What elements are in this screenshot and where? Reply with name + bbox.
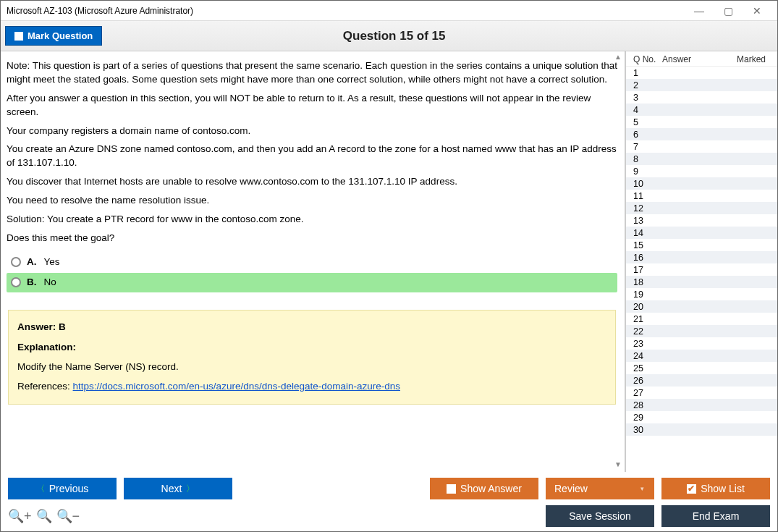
- answer-options: A.YesB.No: [7, 253, 617, 292]
- qno-cell: 29: [633, 413, 662, 423]
- answer-option[interactable]: A.Yes: [7, 253, 617, 272]
- question-paragraph: You need to resolve the name resolution …: [7, 194, 617, 208]
- radio-icon: [11, 257, 21, 267]
- scroll-down-icon[interactable]: ▼: [613, 460, 623, 470]
- question-list-row[interactable]: 7: [626, 140, 777, 153]
- qno-cell: 4: [633, 105, 662, 115]
- end-exam-button[interactable]: End Exam: [661, 505, 770, 527]
- qno-cell: 28: [633, 400, 662, 410]
- question-list-row[interactable]: 27: [626, 387, 777, 399]
- question-list-row[interactable]: 18: [626, 276, 777, 288]
- answer-line: Answer: B: [17, 321, 606, 334]
- qno-cell: 9: [633, 166, 662, 177]
- qno-cell: 24: [633, 351, 662, 361]
- mark-question-label: Mark Question: [28, 30, 93, 41]
- show-list-label: Show List: [701, 483, 745, 494]
- window-title: Microsoft AZ-103 (Microsoft Azure Admini…: [7, 6, 685, 16]
- question-list-row[interactable]: 21: [626, 313, 777, 325]
- qno-cell: 30: [633, 425, 662, 435]
- question-scroll-area[interactable]: ▲ Note: This question is part of a serie…: [1, 51, 625, 472]
- review-dropdown[interactable]: Review ▾: [546, 478, 654, 499]
- qno-cell: 8: [633, 154, 662, 164]
- save-session-button[interactable]: Save Session: [546, 505, 654, 527]
- question-list-row[interactable]: 3: [626, 91, 777, 104]
- titlebar: Microsoft AZ-103 (Microsoft Azure Admini…: [1, 1, 777, 21]
- question-list-row[interactable]: 20: [626, 300, 777, 313]
- mark-question-button[interactable]: Mark Question: [5, 26, 102, 46]
- maximize-button[interactable]: ▢: [714, 1, 743, 20]
- zoom-out-icon[interactable]: 🔍−: [56, 508, 80, 524]
- question-list-row[interactable]: 30: [626, 423, 777, 436]
- question-list-row[interactable]: 5: [626, 116, 777, 128]
- question-list-row[interactable]: 23: [626, 337, 777, 350]
- question-list-row[interactable]: 4: [626, 104, 777, 116]
- qno-cell: 20: [633, 302, 662, 312]
- qno-cell: 12: [633, 203, 662, 214]
- explanation-text: Modify the Name Server (NS) record.: [17, 360, 606, 374]
- question-list-row[interactable]: 17: [626, 263, 777, 276]
- chevron-down-icon: ▾: [640, 485, 644, 492]
- zoom-reset-icon[interactable]: 🔍: [36, 508, 52, 524]
- qno-cell: 1: [633, 68, 662, 78]
- review-label: Review: [554, 483, 588, 494]
- question-list-row[interactable]: 24: [626, 350, 777, 362]
- question-list-row[interactable]: 6: [626, 128, 777, 140]
- previous-button[interactable]: 〈 Previous: [8, 478, 117, 499]
- qno-cell: 16: [633, 253, 662, 263]
- question-list-row[interactable]: 10: [626, 177, 777, 190]
- question-list-row[interactable]: 28: [626, 399, 777, 411]
- qno-cell: 5: [633, 117, 662, 127]
- save-session-label: Save Session: [569, 510, 631, 522]
- question-paragraph: Does this meet the goal?: [7, 232, 617, 245]
- question-list-row[interactable]: 8: [626, 153, 777, 165]
- question-list-row[interactable]: 15: [626, 239, 777, 251]
- qno-cell: 27: [633, 388, 662, 398]
- references-link[interactable]: https://docs.microsoft.com/en-us/azure/d…: [73, 381, 400, 392]
- question-paragraph: Solution: You create a PTR record for ww…: [7, 213, 617, 227]
- minimize-button[interactable]: —: [685, 1, 714, 20]
- option-letter: A.: [27, 256, 37, 269]
- option-text: Yes: [44, 256, 60, 269]
- question-list-row[interactable]: 9: [626, 165, 777, 177]
- question-list-row[interactable]: 16: [626, 251, 777, 263]
- answer-explanation-panel: Answer: B Explanation: Modify the Name S…: [8, 310, 616, 405]
- question-paragraph: Your company registers a domain name of …: [7, 124, 617, 138]
- show-list-button[interactable]: Show List: [661, 478, 770, 499]
- zoom-in-icon[interactable]: 🔍+: [8, 508, 32, 524]
- question-list-panel: Q No. Answer Marked 12345678910111213141…: [625, 51, 777, 472]
- question-list-row[interactable]: 25: [626, 362, 777, 374]
- app-window: Microsoft AZ-103 (Microsoft Azure Admini…: [0, 0, 778, 532]
- qno-cell: 21: [633, 314, 662, 324]
- show-answer-button[interactable]: Show Answer: [430, 478, 538, 499]
- option-letter: B.: [27, 276, 37, 290]
- question-list-row[interactable]: 12: [626, 202, 777, 214]
- show-answer-label: Show Answer: [460, 483, 522, 494]
- question-list-row[interactable]: 14: [626, 227, 777, 239]
- question-list-row[interactable]: 1: [626, 67, 777, 79]
- qno-cell: 19: [633, 290, 662, 300]
- question-list-row[interactable]: 11: [626, 190, 777, 202]
- question-paragraph: You create an Azure DNS zone named conto…: [7, 143, 617, 170]
- qno-cell: 7: [633, 142, 662, 152]
- end-exam-label: End Exam: [693, 510, 740, 522]
- question-list-row[interactable]: 22: [626, 325, 777, 337]
- question-paragraph: After you answer a question in this sect…: [7, 92, 617, 119]
- explanation-label: Explanation:: [17, 341, 606, 355]
- references-line: References: https://docs.microsoft.com/e…: [17, 380, 606, 394]
- qno-cell: 10: [633, 179, 662, 189]
- question-list-row[interactable]: 29: [626, 411, 777, 423]
- body: ▲ Note: This question is part of a serie…: [1, 51, 777, 472]
- close-button[interactable]: ✕: [743, 1, 771, 20]
- question-list-row[interactable]: 13: [626, 214, 777, 227]
- next-button[interactable]: Next 〉: [124, 478, 232, 499]
- scroll-up-icon[interactable]: ▲: [613, 53, 623, 63]
- question-paragraph: Note: This question is part of a series …: [7, 59, 617, 87]
- footer-row-1: 〈 Previous Next 〉 Show Answer Review ▾ S…: [8, 478, 770, 499]
- question-list[interactable]: 1234567891011121314151617181920212223242…: [626, 67, 777, 472]
- question-list-row[interactable]: 2: [626, 79, 777, 91]
- question-list-row[interactable]: 19: [626, 288, 777, 300]
- question-paragraph: You discover that Internet hosts are una…: [7, 175, 617, 189]
- answer-option[interactable]: B.No: [7, 273, 617, 292]
- question-list-row[interactable]: 26: [626, 374, 777, 387]
- qno-cell: 15: [633, 240, 662, 250]
